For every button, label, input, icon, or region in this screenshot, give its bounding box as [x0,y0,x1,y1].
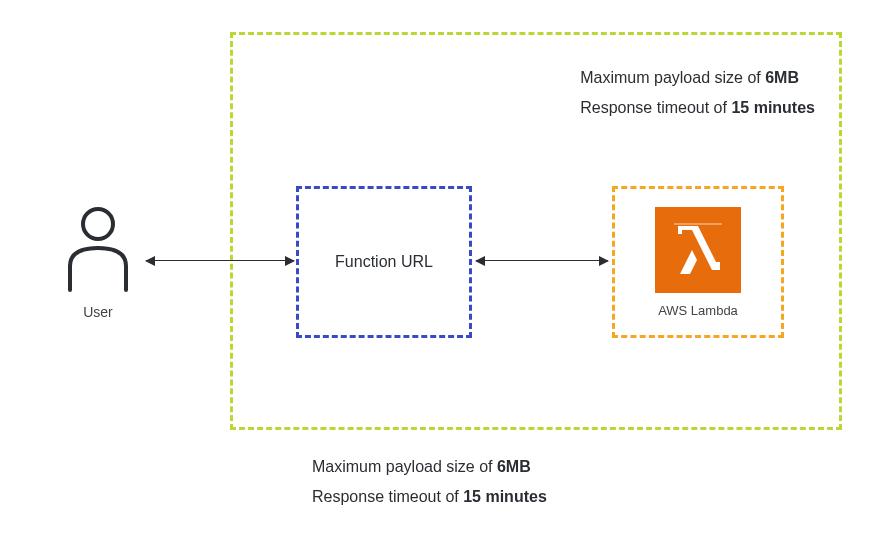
payload-prefix-bottom: Maximum payload size of [312,458,497,475]
arrow-function-lambda [476,260,608,261]
arrow-user-function [146,260,294,261]
payload-line: Maximum payload size of 6MB [580,63,815,93]
outer-limits-text: Maximum payload size of 6MB Response tim… [312,452,547,513]
timeout-prefix-bottom: Response timeout of [312,488,463,505]
user-label: User [58,304,138,320]
lambda-node: AWS Lambda [612,186,784,338]
payload-prefix: Maximum payload size of [580,69,765,86]
timeout-prefix: Response timeout of [580,99,731,116]
lambda-label: AWS Lambda [658,303,738,318]
payload-line-bottom: Maximum payload size of 6MB [312,452,547,482]
timeout-line: Response timeout of 15 minutes [580,93,815,123]
timeout-value: 15 minutes [731,99,815,116]
payload-value: 6MB [765,69,799,86]
function-url-label: Function URL [335,253,433,271]
function-url-node: Function URL [296,186,472,338]
timeout-line-bottom: Response timeout of 15 minutes [312,482,547,512]
inner-limits-text: Maximum payload size of 6MB Response tim… [580,63,815,124]
timeout-value-bottom: 15 minutes [463,488,547,505]
lambda-icon [655,207,741,293]
payload-value-bottom: 6MB [497,458,531,475]
user-icon [62,204,134,292]
user-node: User [58,204,138,320]
svg-point-0 [83,209,113,239]
